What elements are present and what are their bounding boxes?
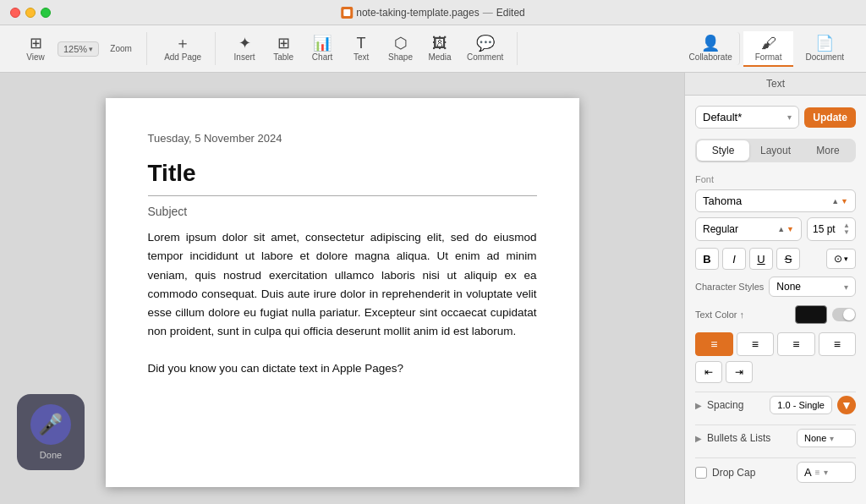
dropcap-icon: A (804, 466, 812, 479)
zoom-label: Zoom (110, 44, 132, 53)
tab-layout[interactable]: Layout (749, 140, 802, 161)
doc-body[interactable]: Lorem ipsum dolor sit amet, consectetur … (148, 228, 537, 342)
font-name: Tahoma (703, 194, 742, 207)
increase-indent-button[interactable]: ⇥ (726, 361, 753, 383)
align-right-icon: ≡ (792, 337, 799, 351)
text-icon: T (357, 36, 366, 51)
font-style-row: Regular ▲ ▼ 15 pt ▲ ▼ (695, 217, 856, 241)
panel-tabs: Style Layout More (695, 139, 856, 162)
collaborate-button[interactable]: 👤 Collaborate (682, 32, 740, 65)
chart-button[interactable]: 📊 Chart (304, 32, 341, 65)
strikethrough-button[interactable]: S (776, 248, 800, 270)
spacing-options-button[interactable]: ▼ (837, 396, 856, 414)
doc-title[interactable]: Title (148, 160, 537, 187)
dropcap-checkbox[interactable] (695, 467, 707, 479)
window-title: note-taking-template.pages — Edited (341, 7, 524, 19)
shape-button[interactable]: ⬡ Shape (381, 32, 419, 65)
doc-dictate[interactable]: Did you know you can dictate text in App… (148, 362, 537, 375)
right-panel: Text Default* ▾ Update Style Layout M (684, 73, 866, 504)
font-dropdown[interactable]: Tahoma ▲ ▼ (695, 189, 856, 212)
char-styles-dropdown[interactable]: None ▾ (769, 277, 856, 297)
font-size-input[interactable]: 15 pt ▲ ▼ (807, 217, 856, 241)
table-icon: ⊞ (277, 36, 290, 51)
format-icon: 🖌 (761, 35, 776, 52)
spacing-value: 1.0 - Single (777, 400, 825, 410)
tab-style[interactable]: Style (697, 140, 749, 161)
decrease-indent-button[interactable]: ⇤ (695, 361, 722, 383)
media-button[interactable]: 🖼 Media (421, 32, 458, 65)
strikethrough-icon: S (785, 253, 792, 266)
filename: note-taking-template.pages (356, 7, 479, 19)
bullets-dropdown[interactable]: None ▾ (797, 429, 856, 447)
char-styles-value: None (776, 281, 801, 293)
italic-button[interactable]: I (722, 248, 746, 270)
zoom-button[interactable]: 125% ▾ (58, 41, 99, 57)
alignment-row: ≡ ≡ ≡ ≡ (695, 332, 856, 356)
font-size: 15 pt (813, 223, 836, 235)
document-page: Tuesday, 5 November 2024 Title Subject L… (106, 98, 579, 487)
collaborate-label: Collaborate (689, 52, 732, 62)
insert-button[interactable]: ✦ Insert (226, 32, 263, 65)
doc-divider (148, 195, 537, 196)
style-up-icon: ▲ (777, 225, 785, 233)
update-button[interactable]: Update (804, 107, 856, 128)
style-dropdown[interactable]: Default* ▾ (695, 106, 799, 129)
char-styles-label: Character Styles (695, 282, 764, 292)
spacing-expand-icon[interactable]: ▶ (695, 401, 702, 410)
format-tab[interactable]: 🖌 Format (743, 31, 794, 67)
add-page-group: ＋ Add Page (151, 32, 216, 65)
spacing-dropdown[interactable]: 1.0 - Single (770, 396, 832, 414)
chart-label: Chart (312, 52, 332, 62)
view-group: ⊞ View 125% ▾ Zoom (10, 32, 147, 65)
align-left-button[interactable]: ≡ (695, 332, 733, 356)
align-center-button[interactable]: ≡ (737, 332, 775, 356)
text-button[interactable]: T Text (343, 32, 380, 65)
mic-circle[interactable]: 🎤 (30, 404, 71, 445)
bullets-expand-icon[interactable]: ▶ (695, 434, 702, 443)
zoom-label-area[interactable]: Zoom (102, 41, 140, 57)
spacing-section: ▶ Spacing 1.0 - Single ▼ (695, 392, 856, 418)
align-justify-button[interactable]: ≡ (819, 332, 857, 356)
insert-icon: ✦ (238, 36, 251, 51)
document-tab[interactable]: 📄 Document (793, 30, 856, 67)
align-right-button[interactable]: ≡ (777, 332, 815, 356)
more-format-button[interactable]: ⊙ ▾ (826, 249, 856, 269)
font-style-dropdown[interactable]: Regular ▲ ▼ (695, 217, 802, 241)
minimize-button[interactable] (25, 8, 36, 18)
mic-done-label[interactable]: Done (40, 450, 62, 460)
close-button[interactable] (10, 8, 20, 18)
title-bar: note-taking-template.pages — Edited (0, 0, 866, 25)
tab-layout-label: Layout (760, 145, 791, 156)
doc-subject[interactable]: Subject (148, 205, 537, 218)
comment-button[interactable]: 💬 Comment (460, 32, 510, 65)
font-section-label: Font (695, 174, 856, 184)
style-name: Default* (703, 111, 742, 123)
align-center-icon: ≡ (752, 337, 759, 351)
underline-icon: U (757, 253, 765, 266)
add-page-label: Add Page (164, 52, 201, 62)
dropcap-lines-icon: ≡ (815, 468, 820, 477)
increase-indent-icon: ⇥ (735, 366, 743, 378)
dropcap-section: Drop Cap A ≡ ▾ (695, 457, 856, 486)
tab-style-label: Style (712, 145, 735, 156)
table-button[interactable]: ⊞ Table (265, 32, 302, 65)
underline-button[interactable]: U (749, 248, 773, 270)
add-page-button[interactable]: ＋ Add Page (157, 32, 208, 65)
traffic-lights (10, 8, 51, 18)
dropcap-dropdown[interactable]: A ≡ ▾ (797, 462, 856, 483)
canvas-area[interactable]: 🎤 Done Tuesday, 5 November 2024 Title Su… (0, 73, 684, 504)
svg-rect-0 (343, 9, 350, 16)
fullscreen-button[interactable] (41, 8, 51, 18)
size-down-icon: ▼ (843, 229, 850, 236)
bold-button[interactable]: B (695, 248, 719, 270)
comment-icon: 💬 (476, 36, 495, 51)
format-label: Format (755, 52, 782, 62)
color-swatch[interactable] (795, 305, 827, 324)
view-button[interactable]: ⊞ View (17, 32, 54, 65)
color-toggle[interactable] (832, 308, 856, 321)
shape-icon: ⬡ (394, 36, 408, 51)
app-icon (341, 7, 353, 19)
more-format-chevron: ▾ (844, 255, 848, 263)
tab-more[interactable]: More (802, 140, 854, 161)
font-style: Regular (703, 223, 738, 235)
